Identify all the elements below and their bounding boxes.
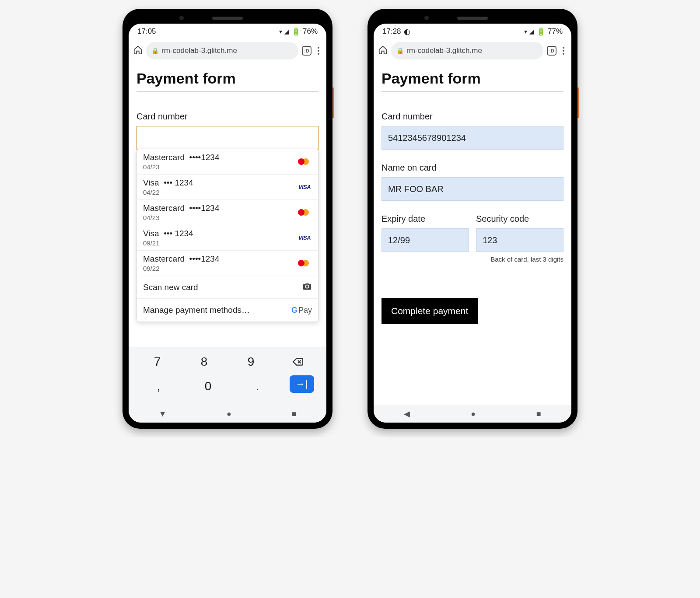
battery-text: 76% — [303, 27, 318, 36]
battery-icon: 🔋 — [536, 27, 546, 36]
visa-icon: VISA — [297, 182, 312, 192]
key-0[interactable]: 0 — [191, 375, 226, 397]
phone-right: 17:28 ◐ ▾ ◢ 🔋 77% 🔒 rm-codelab-3.glitch.… — [368, 9, 578, 429]
url-text: rm-codelab-3.glitch.me — [406, 46, 482, 55]
security-code-hint: Back of card, last 3 digits — [476, 255, 564, 263]
speaker-grill — [457, 17, 488, 20]
data-saver-icon: ◐ — [404, 27, 410, 36]
status-bar: 17:28 ◐ ▾ ◢ 🔋 77% — [374, 24, 571, 39]
browser-toolbar: 🔒 rm-codelab-3.glitch.me :D — [129, 39, 326, 62]
nav-home-icon[interactable]: ● — [227, 409, 231, 419]
menu-icon[interactable] — [560, 47, 567, 55]
battery-text: 77% — [548, 27, 563, 36]
wifi-icon: ▾ — [279, 28, 282, 35]
autofill-card-item[interactable]: Visa ••• 1234 04/22 VISA — [137, 175, 318, 200]
key-enter[interactable]: →| — [290, 375, 314, 393]
status-time: 17:05 — [137, 27, 156, 36]
status-time: 17:28 — [382, 27, 401, 36]
expiry-label: Expiry date — [382, 214, 469, 224]
security-code-input[interactable] — [476, 228, 564, 252]
manage-payment-methods[interactable]: Manage payment methods… GPay — [137, 299, 318, 322]
address-bar[interactable]: 🔒 rm-codelab-3.glitch.me — [146, 42, 298, 59]
nav-back-icon[interactable]: ◀ — [404, 409, 410, 419]
android-nav-bar: ◀ ● ■ — [374, 405, 571, 423]
numeric-keyboard: 7 8 9 , 0 . →| — [129, 347, 326, 405]
page-content: Payment form Card number Mastercard ••••… — [129, 62, 326, 347]
url-text: rm-codelab-3.glitch.me — [161, 46, 237, 55]
nav-home-icon[interactable]: ● — [471, 409, 476, 419]
tabs-button[interactable]: :D — [547, 46, 556, 56]
card-number-input[interactable] — [136, 126, 318, 150]
autofill-dropdown: Mastercard ••••1234 04/23 Visa ••• 1234 … — [136, 149, 318, 322]
home-icon[interactable] — [378, 45, 388, 56]
signal-icon: ◢ — [284, 28, 289, 35]
expiry-input[interactable] — [382, 228, 469, 252]
security-code-label: Security code — [476, 214, 564, 224]
status-bar: 17:05 ▾ ◢ 🔋 76% — [129, 24, 326, 39]
screen-left: 17:05 ▾ ◢ 🔋 76% 🔒 rm-codelab-3.glitch.me… — [129, 24, 326, 423]
home-icon[interactable] — [133, 45, 143, 56]
name-on-card-input[interactable] — [382, 177, 564, 201]
autofill-card-item[interactable]: Mastercard ••••1234 09/22 — [137, 251, 318, 276]
menu-icon[interactable] — [315, 47, 322, 55]
page-title: Payment form — [382, 70, 564, 92]
nav-recent-icon[interactable]: ■ — [536, 409, 541, 419]
nav-recent-icon[interactable]: ■ — [291, 409, 296, 419]
card-number-label: Card number — [382, 112, 564, 122]
address-bar[interactable]: 🔒 rm-codelab-3.glitch.me — [391, 42, 543, 59]
screen-right: 17:28 ◐ ▾ ◢ 🔋 77% 🔒 rm-codelab-3.glitch.… — [374, 24, 571, 423]
tabs-button[interactable]: :D — [302, 46, 312, 56]
autofill-card-item[interactable]: Mastercard ••••1234 04/23 — [137, 149, 318, 175]
complete-payment-button[interactable]: Complete payment — [382, 298, 478, 324]
battery-icon: 🔋 — [291, 27, 301, 36]
key-9[interactable]: 9 — [234, 351, 269, 373]
camera-icon — [302, 282, 312, 293]
phone-left: 17:05 ▾ ◢ 🔋 76% 🔒 rm-codelab-3.glitch.me… — [122, 9, 332, 429]
wifi-icon: ▾ — [524, 28, 527, 35]
lock-icon: 🔒 — [151, 47, 159, 54]
key-7[interactable]: 7 — [140, 351, 175, 373]
mastercard-icon — [297, 259, 312, 268]
android-nav-bar: ▼ ● ■ — [129, 405, 326, 423]
card-number-label: Card number — [136, 112, 318, 122]
scan-new-card[interactable]: Scan new card — [137, 276, 318, 299]
page-title: Payment form — [136, 70, 318, 92]
key-comma[interactable]: , — [141, 375, 176, 397]
autofill-card-item[interactable]: Visa ••• 1234 09/21 VISA — [137, 225, 318, 251]
page-content: Payment form Card number Name on card Ex… — [374, 62, 571, 405]
browser-toolbar: 🔒 rm-codelab-3.glitch.me :D — [374, 39, 571, 62]
front-camera-dot — [424, 16, 429, 20]
gpay-icon: GPay — [291, 306, 312, 315]
signal-icon: ◢ — [529, 28, 534, 35]
autofill-card-item[interactable]: Mastercard ••••1234 04/23 — [137, 200, 318, 225]
front-camera-dot — [179, 16, 184, 20]
visa-icon: VISA — [297, 233, 312, 243]
key-8[interactable]: 8 — [187, 351, 222, 373]
key-period[interactable]: . — [240, 375, 275, 397]
mastercard-icon — [297, 208, 312, 217]
nav-back-icon[interactable]: ▼ — [159, 409, 167, 419]
lock-icon: 🔒 — [396, 47, 404, 54]
speaker-grill — [212, 17, 243, 20]
key-backspace[interactable] — [280, 351, 315, 373]
mastercard-icon — [297, 157, 312, 167]
card-number-input[interactable] — [382, 126, 564, 150]
name-on-card-label: Name on card — [382, 163, 564, 173]
